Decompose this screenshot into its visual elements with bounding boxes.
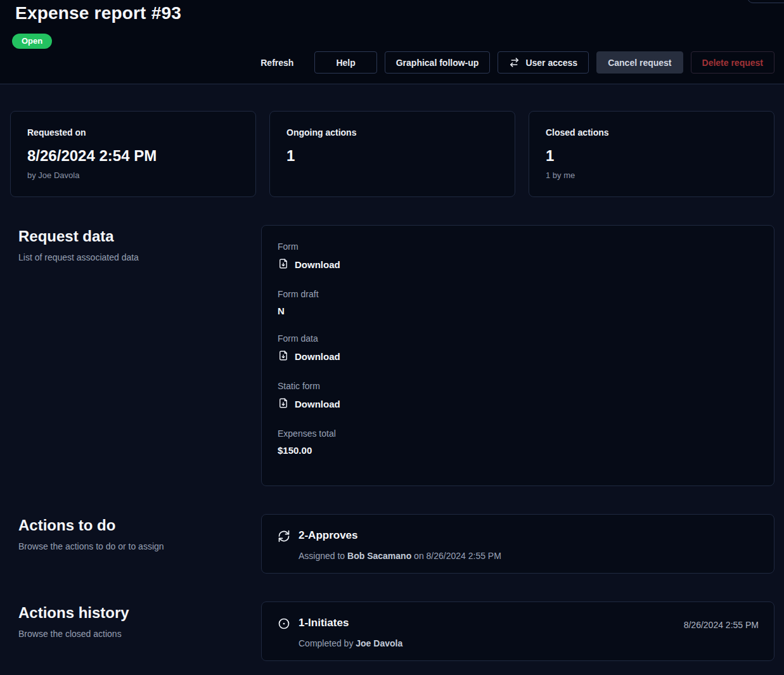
user-access-button[interactable]: User access	[498, 51, 589, 74]
static-form-download-label: Download	[295, 399, 340, 409]
actions-todo-heading: Actions to do	[18, 517, 242, 534]
actions-todo-card: 2-Approves Assigned to Bob Sacamano on 8…	[261, 514, 774, 574]
circle-dot-icon	[278, 617, 290, 633]
actions-history-subheading: Browse the closed actions	[18, 629, 242, 639]
action-todo-assignment: Assigned to Bob Sacamano on 8/26/2024 2:…	[299, 551, 759, 561]
static-form-download-link[interactable]: Download	[278, 397, 340, 411]
form-download-label: Download	[295, 259, 340, 270]
field-form-draft-label: Form draft	[278, 289, 758, 299]
partial-corner-element	[747, 0, 784, 3]
actions-todo-subheading: Browse the actions to do or to assign	[18, 541, 242, 551]
ongoing-actions-label: Ongoing actions	[286, 127, 498, 138]
field-static-form: Static form Download	[278, 381, 758, 411]
stats-row: Requested on 8/26/2024 2:54 PM by Joe Da…	[10, 111, 774, 197]
ongoing-actions-card: Ongoing actions 1	[269, 111, 515, 197]
field-form: Form Download	[278, 241, 758, 272]
file-download-icon	[278, 397, 289, 411]
actions-history-card: 1-Initiates Completed by Joe Davola 8/26…	[261, 601, 774, 661]
action-history-title[interactable]: 1-Initiates	[299, 617, 349, 629]
form-data-download-label: Download	[295, 351, 340, 362]
form-draft-value: N	[278, 305, 758, 316]
actions-todo-header: Actions to do Browse the actions to do o…	[0, 514, 261, 551]
form-download-link[interactable]: Download	[278, 258, 340, 271]
requested-on-label: Requested on	[27, 127, 239, 138]
toolbar: Refresh Help Graphical follow-up User ac…	[247, 51, 774, 74]
requested-on-value: 8/26/2024 2:54 PM	[27, 147, 239, 165]
ongoing-actions-count: 1	[286, 147, 498, 165]
cancel-request-button[interactable]: Cancel request	[596, 51, 683, 74]
field-form-data: Form data Download	[278, 333, 758, 364]
actions-history-section: Actions history Browse the closed action…	[0, 601, 774, 661]
action-todo-item[interactable]: 2-Approves	[278, 529, 759, 545]
request-data-header: Request data List of request associated …	[0, 225, 261, 262]
assignee-name: Bob Sacamano	[347, 551, 411, 561]
requested-on-card: Requested on 8/26/2024 2:54 PM by Joe Da…	[10, 111, 256, 197]
assigned-to-text: Assigned to	[299, 551, 347, 561]
actions-history-heading: Actions history	[18, 604, 242, 622]
actions-history-header: Actions history Browse the closed action…	[0, 601, 261, 639]
action-todo-title[interactable]: 2-Approves	[299, 529, 358, 542]
requested-by: by Joe Davola	[27, 170, 239, 180]
completed-by-text: Completed by	[299, 638, 356, 648]
closed-actions-count: 1	[546, 147, 757, 165]
form-data-download-link[interactable]: Download	[278, 350, 340, 363]
file-download-icon	[278, 258, 289, 271]
status-badge: Open	[12, 34, 52, 49]
request-data-subheading: List of request associated data	[18, 252, 242, 262]
refresh-cycle-icon	[278, 530, 290, 545]
action-history-timestamp: 8/26/2024 2:55 PM	[684, 620, 759, 630]
field-expenses-total-label: Expenses total	[278, 428, 758, 439]
delete-request-button[interactable]: Delete request	[691, 51, 774, 74]
assigned-on-text: on 8/26/2024 2:55 PM	[411, 551, 501, 561]
closed-actions-sub: 1 by me	[546, 170, 757, 180]
request-data-section: Request data List of request associated …	[0, 225, 774, 486]
field-static-form-label: Static form	[278, 381, 758, 391]
field-expenses-total: Expenses total $150.00	[278, 428, 758, 456]
completer-name: Joe Davola	[356, 638, 402, 648]
closed-actions-label: Closed actions	[546, 127, 757, 138]
closed-actions-card: Closed actions 1 1 by me	[529, 111, 774, 197]
page-title: Expense report #93	[15, 3, 181, 23]
expenses-total-value: $150.00	[278, 445, 758, 456]
graphical-follow-up-button[interactable]: Graphical follow-up	[385, 51, 491, 74]
field-form-draft: Form draft N	[278, 289, 758, 316]
actions-todo-section: Actions to do Browse the actions to do o…	[0, 514, 774, 574]
help-button[interactable]: Help	[314, 51, 376, 74]
request-data-card: Form Download Form draft N Form data	[261, 225, 774, 486]
request-data-heading: Request data	[18, 228, 242, 245]
field-form-data-label: Form data	[278, 333, 758, 344]
page-header: Expense report #93 Open Refresh Help Gra…	[0, 0, 784, 84]
field-form-label: Form	[278, 241, 758, 252]
action-history-completion: Completed by Joe Davola	[299, 638, 759, 648]
user-access-label: User access	[525, 58, 577, 68]
refresh-button[interactable]: Refresh	[247, 51, 307, 74]
swap-arrows-icon	[509, 57, 520, 68]
file-download-icon	[278, 350, 289, 363]
